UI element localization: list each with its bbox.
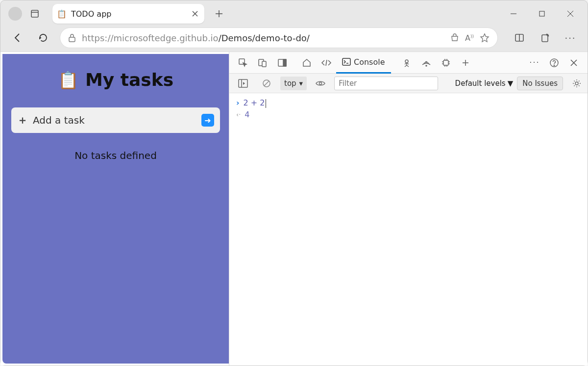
collections-icon[interactable] bbox=[537, 29, 553, 46]
clipboard-icon: 📋 bbox=[57, 9, 66, 18]
content-area: 📋 My tasks ＋ Add a task ➜ No tasks defin… bbox=[0, 52, 588, 366]
svg-rect-0 bbox=[31, 10, 38, 17]
devtools-panel: Console ··· bbox=[229, 52, 588, 366]
empty-state-text: No tasks defined bbox=[11, 150, 220, 161]
svg-rect-23 bbox=[283, 59, 286, 66]
toggle-sidebar-icon[interactable] bbox=[233, 74, 253, 93]
log-levels-select[interactable]: Default levels ▼ bbox=[455, 79, 514, 88]
refresh-button[interactable] bbox=[35, 29, 51, 46]
svg-rect-25 bbox=[343, 58, 350, 65]
console-filter-input[interactable] bbox=[334, 77, 438, 90]
svg-rect-34 bbox=[443, 60, 448, 65]
clear-console-icon[interactable] bbox=[257, 74, 276, 93]
svg-line-31 bbox=[405, 65, 407, 67]
tab-overview-button[interactable] bbox=[27, 6, 43, 22]
browser-toolbar: https://microsoftedge.github.io/Demos/de… bbox=[0, 27, 588, 52]
console-prompt-icon: › bbox=[236, 97, 240, 109]
help-icon[interactable] bbox=[544, 53, 564, 73]
read-aloud-icon[interactable]: A)) bbox=[465, 33, 474, 43]
performance-tab-icon[interactable] bbox=[436, 53, 456, 73]
window-maximize-button[interactable] bbox=[528, 4, 556, 24]
url-text: https://microsoftedge.github.io/Demos/de… bbox=[82, 33, 444, 43]
add-task-row[interactable]: ＋ Add a task ➜ bbox=[11, 107, 220, 133]
todo-app-page: 📋 My tasks ＋ Add a task ➜ No tasks defin… bbox=[2, 54, 229, 364]
svg-point-27 bbox=[405, 60, 408, 63]
add-task-input[interactable]: Add a task bbox=[33, 114, 196, 126]
svg-line-52 bbox=[264, 81, 269, 86]
more-tabs-icon[interactable] bbox=[456, 53, 475, 73]
browser-window: 📋 TODO app bbox=[0, 0, 588, 366]
console-output-value: 4 bbox=[245, 109, 249, 121]
svg-rect-21 bbox=[262, 61, 266, 67]
lock-icon bbox=[68, 33, 76, 42]
clipboard-icon: 📋 bbox=[58, 70, 78, 90]
window-controls bbox=[499, 4, 585, 24]
console-output-icon: ‹· bbox=[236, 109, 241, 121]
svg-point-46 bbox=[554, 65, 555, 66]
new-tab-button[interactable] bbox=[211, 6, 227, 22]
toolbar-right: ··· bbox=[506, 29, 579, 46]
chevron-down-icon: ▼ bbox=[508, 79, 514, 88]
back-button[interactable] bbox=[9, 29, 26, 46]
elements-tab-icon[interactable] bbox=[317, 53, 336, 73]
console-controls: top ▾ Default levels ▼ No Issues bbox=[229, 74, 588, 93]
plus-icon: ＋ bbox=[17, 113, 28, 128]
console-settings-icon[interactable] bbox=[570, 79, 584, 88]
chevron-down-icon: ▾ bbox=[299, 79, 303, 88]
console-output-line: ‹· 4 bbox=[236, 109, 581, 121]
console-input-line: › 2 + 2 bbox=[236, 97, 581, 109]
devtools-close-icon[interactable] bbox=[564, 53, 584, 73]
sources-tab-icon[interactable] bbox=[397, 53, 416, 73]
browser-tab[interactable]: 📋 TODO app bbox=[52, 4, 204, 24]
svg-line-24 bbox=[326, 60, 327, 66]
svg-point-53 bbox=[319, 82, 322, 84]
issues-button[interactable]: No Issues bbox=[517, 77, 563, 90]
network-tab-icon[interactable] bbox=[416, 53, 436, 73]
svg-line-32 bbox=[407, 65, 409, 67]
inspect-element-icon[interactable] bbox=[233, 53, 253, 73]
devtools-menu-icon[interactable]: ··· bbox=[525, 53, 544, 73]
svg-point-33 bbox=[426, 65, 427, 66]
address-bar[interactable]: https://microsoftedge.github.io/Demos/de… bbox=[60, 28, 497, 48]
execution-context-select[interactable]: top ▾ bbox=[280, 77, 307, 90]
console-output[interactable]: › 2 + 2 ‹· 4 bbox=[229, 93, 588, 366]
dock-side-icon[interactable] bbox=[272, 53, 292, 73]
svg-marker-11 bbox=[481, 34, 489, 42]
menu-icon[interactable]: ··· bbox=[562, 29, 579, 46]
submit-task-button[interactable]: ➜ bbox=[201, 114, 214, 127]
split-screen-icon[interactable] bbox=[511, 29, 528, 46]
favorite-icon[interactable] bbox=[480, 33, 490, 43]
tab-title: TODO app bbox=[71, 9, 186, 19]
browser-titlebar: 📋 TODO app bbox=[0, 0, 588, 27]
devtools-tabstrip: Console ··· bbox=[229, 52, 588, 74]
page-title: 📋 My tasks bbox=[11, 70, 220, 90]
window-close-button[interactable] bbox=[556, 4, 585, 24]
svg-point-54 bbox=[575, 82, 578, 85]
svg-rect-10 bbox=[69, 37, 75, 42]
svg-rect-7 bbox=[539, 11, 544, 16]
svg-rect-14 bbox=[542, 35, 548, 42]
console-input-expr[interactable]: 2 + 2 bbox=[244, 97, 266, 109]
profile-avatar[interactable] bbox=[8, 7, 22, 21]
live-expression-icon[interactable] bbox=[311, 74, 330, 93]
tab-close-button[interactable] bbox=[191, 9, 199, 18]
window-minimize-button[interactable] bbox=[499, 4, 528, 24]
console-tab[interactable]: Console bbox=[336, 52, 391, 74]
shopping-icon[interactable] bbox=[450, 33, 459, 42]
welcome-tab-icon[interactable] bbox=[297, 53, 317, 73]
device-emulation-icon[interactable] bbox=[253, 53, 272, 73]
